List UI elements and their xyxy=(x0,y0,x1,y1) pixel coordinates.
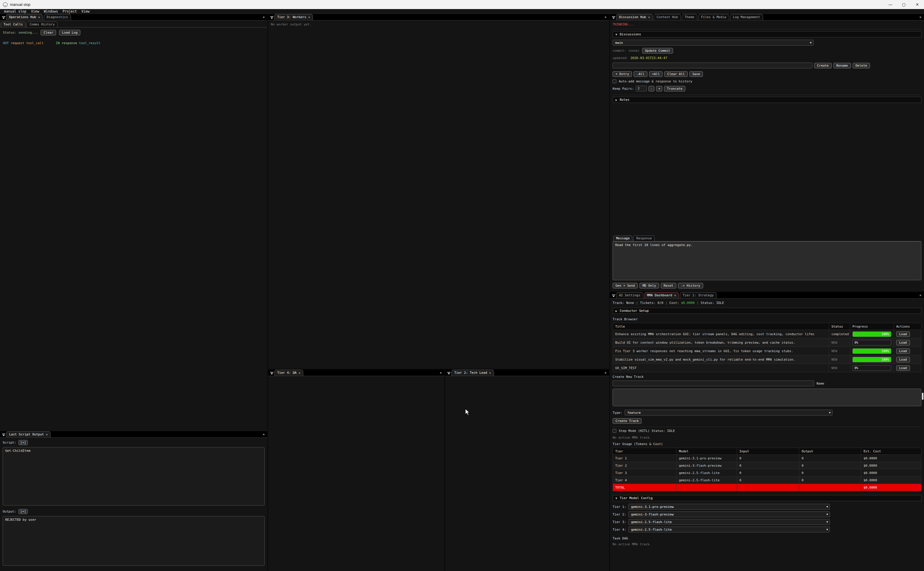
table-row[interactable]: Build UI for context window utilization,… xyxy=(613,338,921,347)
rename-discussion-button[interactable]: Rename xyxy=(833,63,851,68)
scrollbar-thumb[interactable] xyxy=(922,393,923,400)
tier2-model-select[interactable]: gemini-3-flash-preview ▼ xyxy=(628,511,830,517)
load-log-button[interactable]: Load Log xyxy=(59,30,80,35)
dock-menu-icon[interactable] xyxy=(1,432,6,437)
delete-discussion-button[interactable]: Delete xyxy=(853,63,870,68)
message-textarea[interactable]: Read the first 10 lines of aggregate.py. xyxy=(613,241,921,280)
menu-view-2[interactable]: View xyxy=(79,9,92,14)
dock-menu-icon[interactable] xyxy=(611,293,616,298)
reset-button[interactable]: Reset xyxy=(661,283,676,289)
clear-button[interactable]: Clear xyxy=(41,30,56,35)
maximize-button[interactable]: ▢ xyxy=(897,0,910,9)
collapse-all-button[interactable]: -All xyxy=(634,71,647,77)
close-icon[interactable]: ✕ xyxy=(648,15,650,19)
dock-menu-icon[interactable] xyxy=(269,15,274,20)
load-button[interactable]: Load xyxy=(896,357,910,363)
save-button[interactable]: Save xyxy=(690,71,703,77)
menu-project[interactable]: Project xyxy=(60,9,79,14)
load-button[interactable]: Load xyxy=(896,365,910,371)
script-expand-button[interactable]: [+] xyxy=(18,440,28,445)
tab-ai-settings[interactable]: AI Settings xyxy=(616,292,643,298)
table-row[interactable]: Stabilize visual_sim_mma_v2.py and mock_… xyxy=(613,355,921,364)
output-content-box[interactable]: REJECTED by user xyxy=(3,516,265,566)
load-button[interactable]: Load xyxy=(896,331,910,337)
tab-tool-calls[interactable]: Tool Calls xyxy=(1,22,26,27)
menu-windows[interactable]: Windows xyxy=(42,9,60,14)
table-row[interactable]: Enhance existing MMA orchestration GUI: … xyxy=(613,330,921,338)
tab-label: Context Hub xyxy=(657,15,678,19)
clear-all-button[interactable]: Clear All xyxy=(664,71,688,77)
autoadd-checkbox[interactable] xyxy=(613,79,616,83)
panel-close-icon[interactable]: ✕ xyxy=(919,293,921,297)
tab-message[interactable]: Message xyxy=(613,236,633,241)
tab-discussion-hub[interactable]: Discussion Hub ✕ xyxy=(616,14,653,20)
menu-view-1[interactable]: View xyxy=(29,9,42,14)
panel-close-icon[interactable]: ✕ xyxy=(263,432,265,436)
update-commit-button[interactable]: Update Commit xyxy=(642,48,673,54)
tab-comms-history[interactable]: Comms History xyxy=(26,22,57,27)
load-button[interactable]: Load xyxy=(896,340,910,346)
tab-log-management[interactable]: Log Management xyxy=(730,14,763,20)
panel-close-icon[interactable]: ✕ xyxy=(919,15,921,19)
gen-send-button[interactable]: Gen + Send xyxy=(613,283,638,289)
tool-call-log-row[interactable]: OUT request tool_call IN response tool_r… xyxy=(0,35,267,45)
tier3-model-select[interactable]: gemini-2.5-flash-lite ▼ xyxy=(628,519,830,525)
close-icon[interactable]: ✕ xyxy=(489,371,491,374)
dock-menu-icon[interactable] xyxy=(611,15,616,20)
tab-operations-hub[interactable]: Operations Hub ✕ xyxy=(6,14,43,20)
close-icon[interactable]: ✕ xyxy=(308,15,310,19)
tab-tier2-tech-lead[interactable]: Tier 2: Tech Lead ✕ xyxy=(451,370,494,376)
tab-context-hub[interactable]: Context Hub xyxy=(654,14,681,20)
panel-close-icon[interactable]: ✕ xyxy=(440,371,442,375)
tier-model-config-header[interactable]: ▼ Tier Model Config xyxy=(613,495,921,501)
tab-theme[interactable]: Theme xyxy=(682,14,697,20)
table-row[interactable]: Fix Tier 3 worker responses not reaching… xyxy=(613,347,921,355)
tab-diagnostics[interactable]: Diagnostics xyxy=(44,14,71,20)
truncate-button[interactable]: Truncate xyxy=(664,86,685,91)
track-name-input[interactable] xyxy=(613,380,814,386)
panel-close-icon[interactable]: ✕ xyxy=(263,15,265,19)
minimize-button[interactable]: — xyxy=(884,0,897,9)
roles-section-header[interactable]: ▶ Roles xyxy=(613,97,921,103)
discussion-name-input[interactable] xyxy=(613,63,812,68)
add-entry-button[interactable]: + Entry xyxy=(613,71,632,77)
track-type-select[interactable]: feature ▼ xyxy=(625,410,833,415)
tab-response[interactable]: Response xyxy=(633,236,654,241)
tab-tier4-qa[interactable]: Tier 4: QA ✕ xyxy=(274,370,303,376)
table-row[interactable]: UX_SIM_TEST NEW 0% Load xyxy=(613,364,921,372)
tab-tier3-workers[interactable]: Tier 3: Workers ✕ xyxy=(274,14,313,20)
create-discussion-button[interactable]: Create xyxy=(814,63,832,68)
to-history-button[interactable]: -> History xyxy=(678,283,703,289)
tab-last-script-output[interactable]: Last Script Output ✕ xyxy=(6,431,51,437)
tier4-model-select[interactable]: gemini-2.5-flash-lite ▼ xyxy=(628,526,830,532)
discussions-section-header[interactable]: ▼ Discussions xyxy=(613,31,921,37)
script-content-box[interactable]: Get-ChildItem xyxy=(3,447,265,506)
close-icon[interactable]: ✕ xyxy=(674,294,676,297)
menu-manual-slop[interactable]: manual slop xyxy=(2,9,29,14)
track-description-textarea[interactable] xyxy=(613,389,921,406)
load-button[interactable]: Load xyxy=(896,348,910,354)
expand-all-button[interactable]: +All xyxy=(649,71,663,77)
increment-button[interactable]: + xyxy=(656,86,662,91)
close-button[interactable]: ✕ xyxy=(910,0,924,9)
tab-tier1-strategy[interactable]: Tier 1: Strategy xyxy=(680,292,716,298)
create-track-button[interactable]: Create Track xyxy=(613,418,642,424)
dock-menu-icon[interactable] xyxy=(1,15,6,20)
dock-menu-icon[interactable] xyxy=(446,370,451,376)
close-icon[interactable]: ✕ xyxy=(299,371,300,374)
close-icon[interactable]: ✕ xyxy=(46,433,48,436)
step-mode-checkbox[interactable] xyxy=(613,429,616,433)
panel-close-icon[interactable]: ✕ xyxy=(604,15,607,19)
tab-mma-dashboard[interactable]: MMA Dashboard ✕ xyxy=(644,292,679,298)
dock-menu-icon[interactable] xyxy=(269,370,274,376)
close-icon[interactable]: ✕ xyxy=(38,15,40,19)
tier1-model-select[interactable]: gemini-3.1-pro-preview ▼ xyxy=(628,504,830,510)
md-only-button[interactable]: MD Only xyxy=(639,283,659,289)
output-expand-button[interactable]: [+] xyxy=(18,509,28,514)
keep-pairs-input[interactable]: 2 xyxy=(636,86,647,91)
conductor-setup-header[interactable]: ▶ Conductor Setup xyxy=(613,308,921,314)
panel-close-icon[interactable]: ✕ xyxy=(604,371,607,375)
discussion-select[interactable]: main ▼ xyxy=(613,40,813,46)
tab-files-media[interactable]: Files & Media xyxy=(698,14,729,20)
decrement-button[interactable]: - xyxy=(648,86,654,91)
